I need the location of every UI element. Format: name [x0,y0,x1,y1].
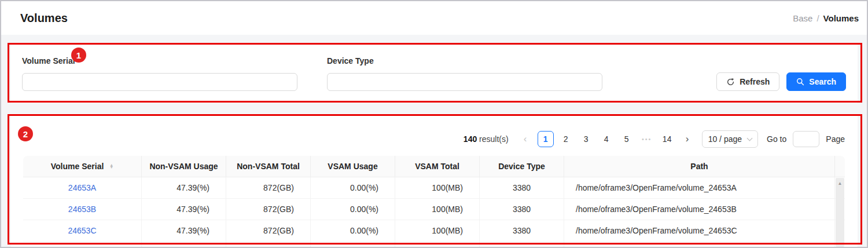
column-header-device-type: Device Type [480,156,564,177]
device-type-cell: 3380 [480,199,564,220]
refresh-button[interactable]: Refresh [716,72,779,91]
non-vsam-total-cell: 872(GB) [226,199,311,220]
pagination-next-button[interactable]: › [679,131,696,147]
device-type-label: Device Type [327,56,602,65]
device-type-field-group: Device Type [327,56,602,91]
breadcrumb-parent[interactable]: Base [793,13,812,23]
filter-panel: Volume Serial Device Type Refresh [10,44,858,103]
volume-serial-link[interactable]: 24653B [68,205,96,214]
pagination-ellipsis[interactable]: ••• [639,131,655,147]
pagination-page-3[interactable]: 3 [578,131,594,147]
non-vsam-usage-cell: 47.39(%) [142,220,226,242]
top-bar: Volumes Base / Volumes [1,1,867,35]
device-type-cell: 3380 [480,177,564,199]
vsam-total-cell: 100(MB) [395,177,480,199]
non-vsam-usage-cell: 47.39(%) [142,177,226,199]
volume-serial-label: Volume Serial [22,56,297,65]
path-cell: /home/oframe3/OpenFrame/volume_24653A [564,177,835,199]
scroll-up-icon[interactable]: ▲ [836,178,844,186]
volume-serial-input[interactable] [22,73,297,91]
breadcrumb: Base / Volumes [793,13,859,23]
device-type-cell: 3380 [480,220,564,242]
goto-page-input[interactable] [793,131,819,147]
path-cell: /home/oframe3/OpenFrame/volume_24653B [564,199,835,220]
vsam-usage-cell: 0.00(%) [311,220,395,242]
volumes-table-wrap: Volume Serial ▲ ▼ Non-VSAM Usage Non-VSA… [23,156,845,247]
results-panel: 140 result(s) ‹ 1 2 3 4 5 ••• 14 › 10 / … [10,114,858,247]
page-size-value: 10 / page [708,134,742,144]
pagination-bar: 140 result(s) ‹ 1 2 3 4 5 ••• 14 › 10 / … [23,130,845,148]
non-vsam-total-cell: 872(GB) [226,220,311,242]
content-area: Volume Serial Device Type Refresh [1,35,867,247]
path-cell: /home/oframe3/OpenFrame/volume_24653C [564,220,835,242]
search-button[interactable]: Search [786,72,846,91]
non-vsam-usage-cell: 47.39(%) [142,199,226,220]
filter-actions: Refresh Search [716,72,846,91]
result-count: 140 result(s) [464,134,509,144]
pagination-page-last[interactable]: 14 [659,131,675,147]
table-row: 24653A 47.39(%) 872(GB) 0.00(%) 100(MB) … [23,177,845,199]
pagination-page-2[interactable]: 2 [558,131,574,147]
search-icon [796,78,804,86]
vsam-usage-cell: 0.00(%) [311,177,395,199]
volume-serial-link[interactable]: 24653C [68,226,96,235]
column-header-vsam-total: VSAM Total [395,156,480,177]
breadcrumb-current: Volumes [823,13,859,23]
chevron-down-icon [747,135,753,141]
column-header-volume-serial: Volume Serial ▲ ▼ [23,156,142,177]
volume-serial-link[interactable]: 24653A [68,183,96,192]
volumes-page: Volumes Base / Volumes Volume Serial Dev… [0,0,868,248]
breadcrumb-separator: / [816,13,819,23]
result-count-suffix: result(s) [477,134,508,144]
column-header-vsam-usage: VSAM Usage [311,156,395,177]
pagination-page-5[interactable]: 5 [619,131,635,147]
goto-label: Go to [767,134,786,144]
page-size-select[interactable]: 10 / page [702,130,758,148]
vsam-usage-cell: 0.00(%) [311,199,395,220]
search-button-label: Search [809,77,836,86]
non-vsam-total-cell: 872(GB) [226,177,311,199]
table-scrollbar[interactable]: ▲ [836,178,844,247]
pagination-page-1[interactable]: 1 [538,131,554,147]
result-count-number: 140 [464,134,477,144]
column-header-non-vsam-total: Non-VSAM Total [226,156,311,177]
column-header-non-vsam-usage: Non-VSAM Usage [142,156,226,177]
volumes-table: Volume Serial ▲ ▼ Non-VSAM Usage Non-VSA… [23,156,845,247]
table-row-partial [23,242,845,247]
table-row: 24653B 47.39(%) 872(GB) 0.00(%) 100(MB) … [23,199,845,220]
column-header-scrollbar-spacer [835,156,845,177]
pagination-prev-button[interactable]: ‹ [517,131,534,147]
column-header-path: Path [564,156,835,177]
page-label: Page [826,134,845,144]
pagination-page-4[interactable]: 4 [598,131,615,147]
page-title: Volumes [20,12,68,25]
vsam-total-cell: 100(MB) [395,199,480,220]
vsam-total-cell: 100(MB) [395,220,480,242]
table-header-row: Volume Serial ▲ ▼ Non-VSAM Usage Non-VSA… [23,156,845,177]
sort-icon[interactable]: ▲ ▼ [109,164,113,169]
sort-desc-icon: ▼ [109,166,113,169]
table-row: 24653C 47.39(%) 872(GB) 0.00(%) 100(MB) … [23,220,845,242]
refresh-button-label: Refresh [740,77,770,86]
section-gap [10,103,858,114]
column-header-volume-serial-label: Volume Serial [51,162,104,171]
device-type-input[interactable] [327,73,602,91]
volume-serial-field-group: Volume Serial [22,56,297,91]
refresh-icon [726,78,735,86]
